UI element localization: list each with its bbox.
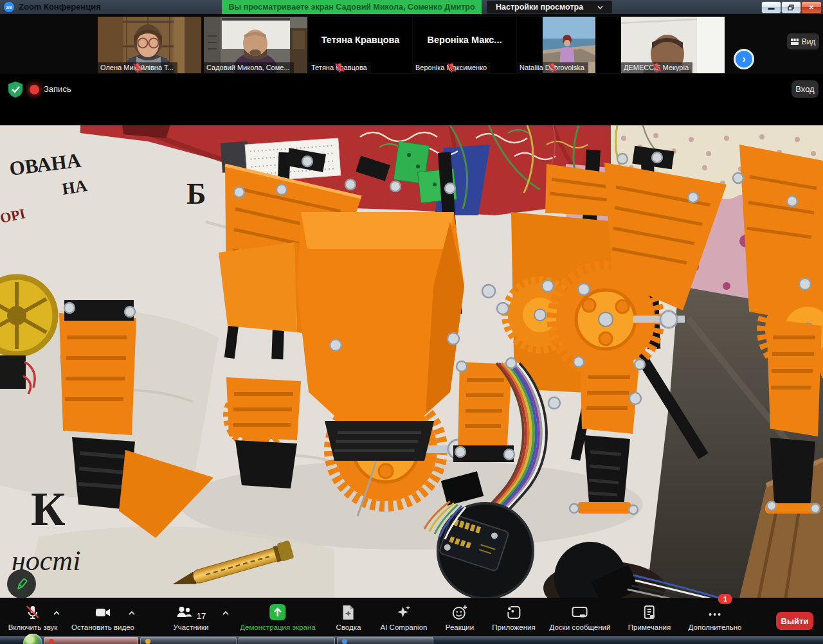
whiteboards-button[interactable]: Доски сообщений — [550, 603, 611, 631]
taskbar-button-2[interactable] — [140, 637, 237, 644]
participant-tile-veronika[interactable]: Вероніка Макс... Вероніка Максименко — [413, 17, 516, 73]
summary-label: Сводка — [336, 623, 361, 631]
video-options-chevron[interactable] — [128, 611, 136, 616]
recording-indicator-icon — [30, 85, 39, 94]
close-button[interactable]: ✕ — [801, 1, 822, 13]
microphone-muted-icon — [8, 603, 58, 621]
participants-filmstrip: Олена Михайлівна Т... Садовий Микола — [0, 14, 823, 74]
whiteboard-icon — [550, 603, 611, 621]
summary-button[interactable]: Сводка — [336, 603, 361, 631]
restore-button[interactable] — [781, 1, 801, 13]
windows-taskbar — [0, 636, 823, 644]
more-notification-badge: 1 — [718, 594, 732, 604]
audio-options-chevron[interactable] — [53, 611, 60, 616]
participant-name-label: Nataliia Dobrovolska — [517, 62, 588, 73]
stop-video-label: Остановить видео — [71, 623, 134, 631]
chevron-down-icon — [597, 4, 603, 10]
participant-tile-nataliia[interactable]: Nataliia Dobrovolska — [517, 17, 620, 73]
meeting-status-strip: Запись Вход — [0, 74, 823, 125]
muted-mic-icon — [309, 62, 371, 73]
restore-icon — [788, 4, 795, 11]
security-shield-icon[interactable] — [7, 81, 24, 98]
view-layout-button[interactable]: Вид — [787, 33, 819, 49]
ai-sparkle-icon — [381, 603, 428, 621]
stop-video-button[interactable]: Остановить видео — [71, 603, 134, 631]
video-camera-icon — [71, 603, 134, 621]
apps-icon — [492, 603, 535, 621]
view-button-label: Вид — [802, 37, 816, 46]
summary-doc-icon — [336, 603, 361, 621]
reactions-label: Реакции — [446, 623, 474, 631]
more-button[interactable]: 1 Дополнительно — [689, 603, 742, 631]
participant-name-label: Вероніка Максименко — [413, 62, 491, 73]
next-participants-button[interactable]: › — [734, 49, 754, 69]
ai-companion-button[interactable]: AI Companion — [381, 603, 428, 631]
participant-name-label: Садовий Микола, Соме... — [204, 62, 294, 73]
more-label: Дополнительно — [689, 623, 742, 631]
meeting-toolbar: Включить звук Остановить видео — [0, 598, 823, 636]
grid-view-icon — [791, 39, 799, 45]
screen-share-button[interactable]: Демонстрация экрана — [240, 603, 316, 631]
participants-button[interactable]: 17 Участники — [174, 603, 209, 631]
bag-letter: К — [31, 483, 66, 535]
muted-mic-icon — [517, 62, 588, 73]
participants-options-chevron[interactable] — [222, 611, 230, 616]
smiley-plus-icon — [446, 603, 474, 621]
annotate-button[interactable] — [7, 569, 36, 598]
zoom-meeting-window: zm Zoom Конференция Вы просматриваете эк… — [0, 0, 823, 644]
muted-mic-icon — [413, 62, 491, 73]
apps-button[interactable]: Приложения — [492, 603, 535, 631]
viewing-screen-banner: Вы просматриваете экран Садовий Микола, … — [222, 0, 482, 14]
recording-label: Запись — [44, 84, 71, 94]
taskbar-button-3[interactable] — [239, 637, 335, 644]
participant-name-label: Тетяна Кравцова — [309, 62, 371, 73]
taskbar-button-4[interactable] — [337, 637, 433, 644]
notes-icon — [628, 603, 671, 621]
title-bar: zm Zoom Конференция Вы просматриваете эк… — [0, 0, 823, 14]
participant-name-label: ДЕМЕССІЕ Мекуріа — [621, 62, 692, 73]
participants-icon: 17 — [174, 603, 209, 621]
participant-name-label: Олена Михайлівна Т... — [98, 62, 177, 73]
unmute-button[interactable]: Включить звук — [8, 603, 58, 631]
shared-screen-content: ОВАНА НА Б ВА ОРІ К ності — [0, 125, 823, 598]
notes-label: Примечания — [628, 623, 671, 631]
screen-share-icon — [240, 603, 316, 621]
ai-companion-label: AI Companion — [381, 623, 428, 631]
screen-share-label: Демонстрация экрана — [240, 623, 316, 631]
minimize-button[interactable]: ▬ — [761, 1, 781, 13]
leave-meeting-button[interactable]: Выйти — [776, 612, 813, 630]
apps-label: Приложения — [492, 623, 535, 631]
taskbar-app-icon — [49, 639, 54, 644]
reactions-button[interactable]: Реакции — [446, 603, 474, 631]
participant-name-text: Садовий Микола, Соме... — [206, 64, 290, 71]
taskbar-app-icon — [145, 639, 150, 644]
participant-tile-tetiana[interactable]: Тетяна Кравцова Тетяна Кравцова — [309, 17, 412, 73]
unmute-label: Включить звук — [8, 623, 58, 631]
participant-tile-olena[interactable]: Олена Михайлівна Т... — [98, 17, 201, 73]
view-settings-label: Настройки просмотра — [496, 3, 583, 12]
participant-tile-sadovyi-active-speaker[interactable]: Садовий Микола, Соме... — [204, 17, 307, 73]
whiteboards-label: Доски сообщений — [550, 623, 611, 631]
pencil-icon — [15, 577, 29, 591]
muted-mic-icon — [98, 62, 177, 73]
notes-button[interactable]: Примечания — [628, 603, 671, 631]
more-dots-icon — [707, 602, 723, 618]
window-title: Zoom Конференция — [19, 2, 101, 12]
bag-letter: НА — [60, 176, 88, 199]
taskbar-app-icon — [342, 639, 347, 644]
participant-display-name: Вероніка Макс... — [413, 17, 516, 63]
participant-display-name: Тетяна Кравцова — [309, 17, 412, 63]
view-settings-button[interactable]: Настройки просмотра — [487, 1, 612, 13]
participants-count: 17 — [197, 611, 206, 621]
join-audio-entry-button[interactable]: Вход — [791, 80, 818, 98]
bag-letter: Б — [186, 177, 206, 210]
taskbar-button-1[interactable] — [44, 637, 138, 644]
muted-mic-icon — [621, 62, 692, 73]
shared-screen-photo: ОВАНА НА Б ВА ОРІ К ності — [0, 125, 823, 598]
participants-label: Участники — [174, 623, 209, 631]
zoom-logo-icon: zm — [4, 2, 14, 12]
participant-tile-demessie[interactable]: ДЕМЕССІЕ Мекуріа — [621, 17, 725, 73]
